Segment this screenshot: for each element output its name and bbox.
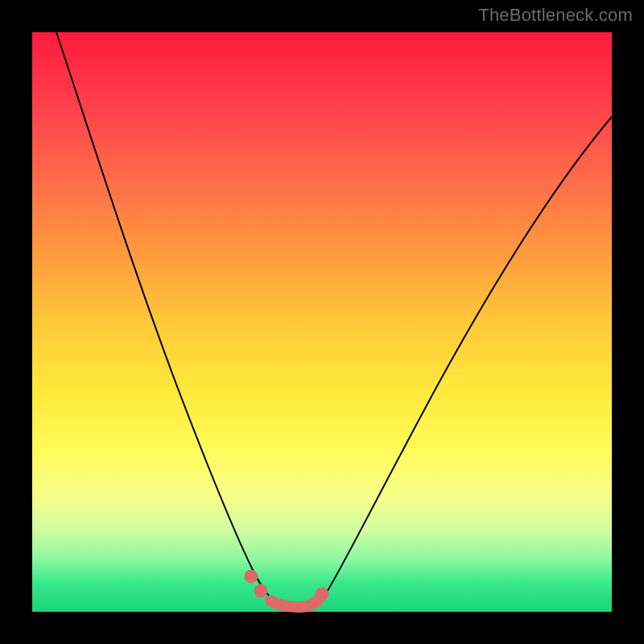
plot-area bbox=[32, 32, 612, 612]
watermark-text: TheBottleneck.com bbox=[478, 5, 633, 26]
svg-point-0 bbox=[245, 570, 258, 583]
chart-frame: TheBottleneck.com bbox=[0, 0, 644, 644]
bottleneck-curve bbox=[56, 32, 612, 607]
svg-point-1 bbox=[254, 584, 267, 597]
svg-point-2 bbox=[316, 588, 328, 601]
chart-svg bbox=[32, 32, 612, 612]
highlight-segment bbox=[245, 570, 328, 607]
